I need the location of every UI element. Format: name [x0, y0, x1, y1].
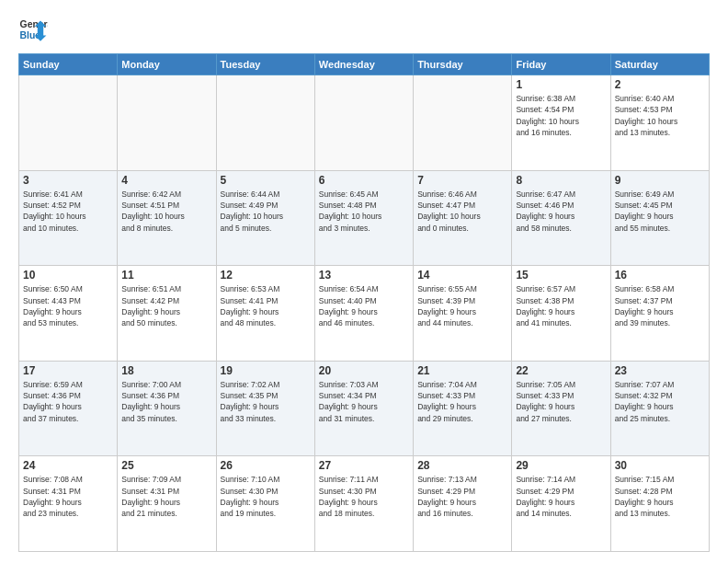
- calendar-cell: 1Sunrise: 6:38 AMSunset: 4:54 PMDaylight…: [512, 75, 610, 171]
- day-number: 11: [121, 269, 211, 282]
- day-info: Sunrise: 6:45 AMSunset: 4:48 PMDaylight:…: [319, 189, 409, 234]
- day-number: 8: [516, 174, 606, 187]
- day-number: 27: [319, 459, 409, 472]
- calendar-cell: [414, 75, 512, 171]
- day-info: Sunrise: 6:53 AMSunset: 4:41 PMDaylight:…: [221, 283, 311, 328]
- day-info: Sunrise: 7:05 AMSunset: 4:33 PMDaylight:…: [516, 379, 606, 424]
- calendar-cell: [314, 75, 413, 171]
- page: General Blue SundayMondayTuesdayWednesda…: [0, 0, 728, 563]
- calendar-cell: 5Sunrise: 6:44 AMSunset: 4:49 PMDaylight…: [216, 170, 314, 266]
- day-info: Sunrise: 7:00 AMSunset: 4:36 PMDaylight:…: [121, 379, 211, 424]
- day-info: Sunrise: 7:04 AMSunset: 4:33 PMDaylight:…: [417, 379, 507, 424]
- calendar-cell: 28Sunrise: 7:13 AMSunset: 4:29 PMDayligh…: [414, 456, 512, 552]
- day-number: 25: [121, 459, 211, 472]
- day-number: 15: [516, 269, 606, 282]
- day-info: Sunrise: 7:15 AMSunset: 4:28 PMDaylight:…: [615, 474, 705, 519]
- calendar-cell: 14Sunrise: 6:55 AMSunset: 4:39 PMDayligh…: [414, 266, 512, 362]
- day-number: 13: [319, 269, 409, 282]
- day-info: Sunrise: 7:02 AMSunset: 4:35 PMDaylight:…: [221, 379, 311, 424]
- calendar-cell: 24Sunrise: 7:08 AMSunset: 4:31 PMDayligh…: [19, 456, 118, 552]
- day-number: 5: [221, 174, 311, 187]
- day-info: Sunrise: 7:07 AMSunset: 4:32 PMDaylight:…: [615, 379, 705, 424]
- day-number: 9: [615, 174, 705, 187]
- day-number: 7: [417, 174, 507, 187]
- day-info: Sunrise: 7:10 AMSunset: 4:30 PMDaylight:…: [221, 474, 311, 519]
- day-info: Sunrise: 6:54 AMSunset: 4:40 PMDaylight:…: [319, 283, 409, 328]
- logo-icon: General Blue: [18, 15, 48, 44]
- calendar-cell: 27Sunrise: 7:11 AMSunset: 4:30 PMDayligh…: [314, 456, 413, 552]
- day-info: Sunrise: 6:38 AMSunset: 4:54 PMDaylight:…: [516, 93, 606, 138]
- day-number: 18: [121, 364, 211, 377]
- weekday-header: Tuesday: [216, 54, 314, 75]
- day-info: Sunrise: 6:40 AMSunset: 4:53 PMDaylight:…: [615, 93, 705, 138]
- calendar-cell: 23Sunrise: 7:07 AMSunset: 4:32 PMDayligh…: [610, 361, 709, 456]
- day-info: Sunrise: 6:58 AMSunset: 4:37 PMDaylight:…: [615, 283, 705, 328]
- day-info: Sunrise: 6:50 AMSunset: 4:43 PMDaylight:…: [23, 283, 113, 328]
- calendar-cell: 29Sunrise: 7:14 AMSunset: 4:29 PMDayligh…: [512, 456, 610, 552]
- day-info: Sunrise: 6:51 AMSunset: 4:42 PMDaylight:…: [121, 283, 211, 328]
- day-info: Sunrise: 6:47 AMSunset: 4:46 PMDaylight:…: [516, 189, 606, 234]
- day-info: Sunrise: 7:11 AMSunset: 4:30 PMDaylight:…: [319, 474, 409, 519]
- calendar-cell: 16Sunrise: 6:58 AMSunset: 4:37 PMDayligh…: [610, 266, 709, 362]
- weekday-header: Thursday: [414, 54, 512, 75]
- day-info: Sunrise: 7:08 AMSunset: 4:31 PMDaylight:…: [23, 474, 113, 519]
- day-number: 29: [516, 459, 606, 472]
- day-number: 22: [516, 364, 606, 377]
- day-info: Sunrise: 6:57 AMSunset: 4:38 PMDaylight:…: [516, 283, 606, 328]
- day-number: 3: [23, 174, 113, 187]
- day-number: 26: [221, 459, 311, 472]
- calendar-cell: 20Sunrise: 7:03 AMSunset: 4:34 PMDayligh…: [314, 361, 413, 456]
- day-number: 12: [221, 269, 311, 282]
- day-info: Sunrise: 6:44 AMSunset: 4:49 PMDaylight:…: [221, 189, 311, 234]
- day-number: 6: [319, 174, 409, 187]
- calendar-cell: [19, 75, 118, 171]
- calendar-cell: 10Sunrise: 6:50 AMSunset: 4:43 PMDayligh…: [19, 266, 118, 362]
- weekday-header: Wednesday: [314, 54, 413, 75]
- day-number: 28: [417, 459, 507, 472]
- day-info: Sunrise: 7:13 AMSunset: 4:29 PMDaylight:…: [417, 474, 507, 519]
- weekday-header: Monday: [118, 54, 216, 75]
- calendar-cell: 3Sunrise: 6:41 AMSunset: 4:52 PMDaylight…: [19, 170, 118, 266]
- header: General Blue: [18, 15, 710, 44]
- day-info: Sunrise: 6:55 AMSunset: 4:39 PMDaylight:…: [417, 283, 507, 328]
- weekday-header: Sunday: [19, 54, 118, 75]
- day-number: 14: [417, 269, 507, 282]
- day-number: 24: [23, 459, 113, 472]
- calendar-cell: 18Sunrise: 7:00 AMSunset: 4:36 PMDayligh…: [118, 361, 216, 456]
- day-number: 2: [615, 78, 705, 91]
- calendar-cell: 15Sunrise: 6:57 AMSunset: 4:38 PMDayligh…: [512, 266, 610, 362]
- day-number: 23: [615, 364, 705, 377]
- logo: General Blue: [18, 15, 48, 44]
- calendar-cell: 26Sunrise: 7:10 AMSunset: 4:30 PMDayligh…: [216, 456, 314, 552]
- day-number: 1: [516, 78, 606, 91]
- calendar-cell: 22Sunrise: 7:05 AMSunset: 4:33 PMDayligh…: [512, 361, 610, 456]
- calendar-cell: 12Sunrise: 6:53 AMSunset: 4:41 PMDayligh…: [216, 266, 314, 362]
- day-info: Sunrise: 7:09 AMSunset: 4:31 PMDaylight:…: [121, 474, 211, 519]
- calendar-cell: 2Sunrise: 6:40 AMSunset: 4:53 PMDaylight…: [610, 75, 709, 171]
- calendar-cell: 19Sunrise: 7:02 AMSunset: 4:35 PMDayligh…: [216, 361, 314, 456]
- day-info: Sunrise: 6:46 AMSunset: 4:47 PMDaylight:…: [417, 189, 507, 234]
- calendar-cell: 21Sunrise: 7:04 AMSunset: 4:33 PMDayligh…: [414, 361, 512, 456]
- weekday-header: Saturday: [610, 54, 709, 75]
- weekday-header: Friday: [512, 54, 610, 75]
- day-number: 20: [319, 364, 409, 377]
- calendar-cell: 30Sunrise: 7:15 AMSunset: 4:28 PMDayligh…: [610, 456, 709, 552]
- calendar-cell: 9Sunrise: 6:49 AMSunset: 4:45 PMDaylight…: [610, 170, 709, 266]
- day-info: Sunrise: 6:42 AMSunset: 4:51 PMDaylight:…: [121, 189, 211, 234]
- day-number: 10: [23, 269, 113, 282]
- day-info: Sunrise: 7:03 AMSunset: 4:34 PMDaylight:…: [319, 379, 409, 424]
- calendar-cell: 7Sunrise: 6:46 AMSunset: 4:47 PMDaylight…: [414, 170, 512, 266]
- calendar-cell: 25Sunrise: 7:09 AMSunset: 4:31 PMDayligh…: [118, 456, 216, 552]
- day-info: Sunrise: 6:49 AMSunset: 4:45 PMDaylight:…: [615, 189, 705, 234]
- calendar-cell: 17Sunrise: 6:59 AMSunset: 4:36 PMDayligh…: [19, 361, 118, 456]
- day-number: 30: [615, 459, 705, 472]
- day-number: 17: [23, 364, 113, 377]
- calendar-cell: [118, 75, 216, 171]
- calendar-table: SundayMondayTuesdayWednesdayThursdayFrid…: [18, 53, 710, 552]
- day-number: 21: [417, 364, 507, 377]
- day-number: 16: [615, 269, 705, 282]
- day-info: Sunrise: 6:41 AMSunset: 4:52 PMDaylight:…: [23, 189, 113, 234]
- calendar-cell: 6Sunrise: 6:45 AMSunset: 4:48 PMDaylight…: [314, 170, 413, 266]
- day-info: Sunrise: 7:14 AMSunset: 4:29 PMDaylight:…: [516, 474, 606, 519]
- day-info: Sunrise: 6:59 AMSunset: 4:36 PMDaylight:…: [23, 379, 113, 424]
